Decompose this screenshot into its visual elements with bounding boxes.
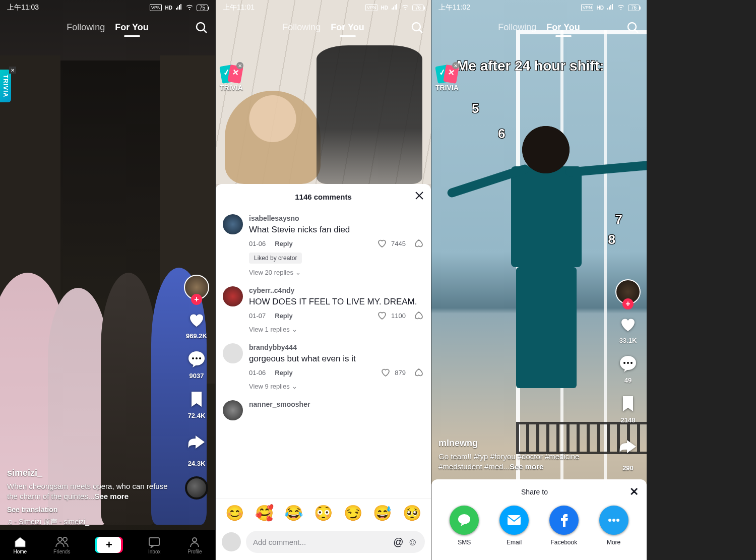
search-icon[interactable]	[626, 21, 640, 36]
creator-avatar[interactable]: +	[615, 279, 641, 304]
trivia-badge[interactable]: ✕ TRIVIA	[220, 64, 243, 92]
share-facebook[interactable]: Facebook	[549, 506, 579, 546]
comment-date: 01-07	[249, 312, 266, 320]
dislike-icon[interactable]	[414, 310, 424, 321]
close-icon[interactable]	[414, 190, 425, 203]
see-translation-button[interactable]: See translation	[7, 506, 175, 514]
share-button[interactable]: 290	[613, 433, 643, 472]
email-icon	[499, 506, 529, 535]
battery-icon: 76	[628, 5, 640, 11]
nav-upload[interactable]: +	[97, 537, 121, 553]
like-button[interactable]: 969.2K	[186, 309, 207, 340]
avatar[interactable]	[223, 286, 243, 306]
sound-title[interactable]: ♫ - Simeizi 原声 - simeizi_	[7, 518, 175, 527]
tab-following[interactable]: Following	[282, 22, 321, 33]
nav-home[interactable]: Home	[13, 536, 27, 554]
wifi-icon	[185, 4, 194, 11]
emoji-button[interactable]: 🥺	[403, 504, 421, 522]
more-icon	[599, 506, 628, 535]
view-replies-button[interactable]: View 20 replies ⌄	[249, 269, 424, 276]
close-icon[interactable]: ✕	[9, 67, 16, 74]
avatar[interactable]	[223, 343, 243, 363]
comment-button[interactable]: 49	[617, 353, 639, 384]
comment-button[interactable]: 9037	[186, 349, 207, 380]
like-icon[interactable]	[377, 310, 387, 321]
search-icon[interactable]	[411, 21, 424, 36]
emoji-icon[interactable]: ☺	[408, 536, 418, 548]
see-more-button[interactable]: See more	[94, 492, 129, 501]
close-icon[interactable]: ✕	[452, 62, 459, 69]
svg-point-4	[199, 357, 201, 359]
share-title: Share to	[439, 488, 629, 496]
nav-friends[interactable]: Friends	[53, 536, 70, 554]
comment-username[interactable]: nanner_smoosher	[249, 400, 424, 408]
avatar[interactable]	[223, 214, 243, 234]
emoji-button[interactable]: 🥰	[255, 504, 274, 522]
view-replies-button[interactable]: View 9 replies ⌄	[249, 383, 424, 390]
reply-button[interactable]: Reply	[275, 312, 292, 320]
top-tabs: Following For You	[216, 22, 431, 33]
facebook-icon	[549, 506, 579, 535]
comments-header: 1146 comments	[216, 184, 431, 209]
trivia-badge[interactable]: ✕ TRIVIA	[435, 64, 459, 92]
comment-input[interactable]: Add comment... @ ☺	[246, 531, 425, 553]
svg-rect-16	[508, 515, 521, 525]
reply-button[interactable]: Reply	[275, 240, 292, 247]
dislike-icon[interactable]	[414, 367, 424, 378]
chevron-down-icon: ⌄	[292, 326, 297, 333]
share-button[interactable]: 24.3K	[182, 428, 211, 467]
close-icon[interactable]: ✕	[236, 62, 243, 69]
trivia-badge[interactable]: TRIVIA	[0, 70, 11, 102]
svg-point-19	[616, 519, 619, 522]
comment-username[interactable]: cyberr..c4ndy	[249, 286, 424, 294]
creator-username[interactable]: simeizi_	[7, 468, 175, 478]
creator-avatar[interactable]: +	[184, 275, 209, 300]
view-replies-button[interactable]: View 1 replies ⌄	[249, 326, 424, 333]
comment-username[interactable]: brandybby444	[249, 343, 424, 351]
follow-plus-icon[interactable]: +	[191, 294, 202, 305]
like-icon[interactable]	[377, 238, 387, 248]
my-avatar[interactable]	[222, 532, 241, 551]
mention-icon[interactable]: @	[393, 536, 403, 548]
reply-button[interactable]: Reply	[275, 369, 292, 377]
see-more-button[interactable]: See more	[510, 462, 544, 471]
creator-username[interactable]: mlnewng	[438, 438, 606, 449]
comment-count: 9037	[190, 372, 204, 380]
nav-inbox[interactable]: Inbox	[148, 536, 161, 554]
like-button[interactable]: 33.1K	[617, 314, 639, 344]
comment-username[interactable]: isabellesaysno	[249, 214, 424, 222]
trivia-label: TRIVIA	[220, 84, 243, 92]
comments-list[interactable]: isabellesaysno What Stevie nicks fan die…	[216, 209, 431, 499]
close-icon[interactable]: ✕	[629, 485, 639, 499]
nav-profile[interactable]: Profile	[187, 536, 202, 554]
emoji-button[interactable]: 😅	[373, 504, 392, 522]
friends-icon	[55, 536, 69, 548]
share-email[interactable]: Email	[499, 506, 529, 546]
video-caption[interactable]: Go team!! #fyp #foryou #doctor #medicine…	[438, 452, 606, 472]
tab-foryou[interactable]: For You	[331, 22, 364, 33]
tab-following[interactable]: Following	[498, 22, 536, 33]
bookmark-button[interactable]: 2148	[617, 393, 639, 424]
emoji-button[interactable]: 😂	[284, 504, 303, 522]
tab-foryou[interactable]: For You	[546, 22, 580, 33]
share-sms[interactable]: SMS	[450, 506, 479, 546]
emoji-button[interactable]: 😏	[344, 504, 362, 522]
comment-placeholder: Add comment...	[253, 538, 389, 546]
like-count: 1100	[391, 312, 406, 320]
tab-following[interactable]: Following	[67, 22, 105, 33]
video-caption[interactable]: When cheongsam meets opera, who can refu…	[7, 481, 175, 502]
follow-plus-icon[interactable]: +	[622, 298, 634, 309]
comment-text: HOW DOES IT FEEL TO LIVE MY. DREAM.	[249, 296, 424, 307]
share-more[interactable]: More	[599, 506, 628, 546]
emoji-button[interactable]: 😊	[225, 504, 244, 522]
comment-date: 01-06	[249, 369, 266, 377]
tab-foryou[interactable]: For You	[115, 22, 148, 33]
sound-disc[interactable]	[185, 476, 208, 500]
like-icon[interactable]	[381, 367, 391, 378]
avatar[interactable]	[223, 400, 243, 420]
svg-point-10	[628, 23, 636, 31]
search-icon[interactable]	[195, 21, 208, 36]
dislike-icon[interactable]	[414, 238, 424, 248]
emoji-button[interactable]: 😳	[314, 504, 333, 522]
bookmark-button[interactable]: 72.4K	[186, 389, 207, 419]
